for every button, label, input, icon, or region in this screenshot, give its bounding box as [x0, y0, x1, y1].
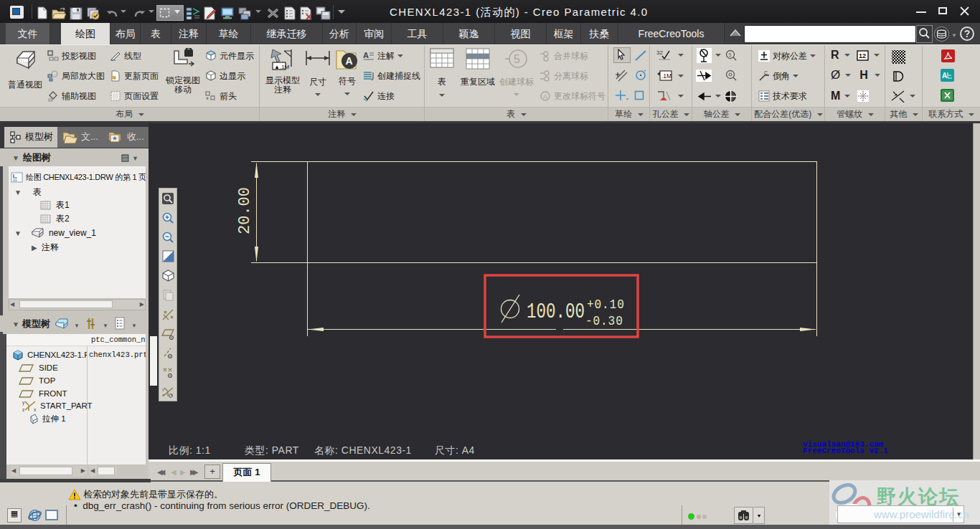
svg-text:32: 32	[656, 49, 663, 56]
svg-text:A: A	[543, 93, 547, 100]
svg-text:z: z	[162, 393, 164, 397]
svg-text:y: y	[22, 400, 25, 406]
svg-text:100.00: 100.00	[527, 300, 585, 324]
svg-text:12: 12	[859, 52, 866, 59]
svg-text:x: x	[34, 407, 37, 412]
svg-text:+0.10: +0.10	[587, 297, 625, 313]
svg-text:z: z	[22, 407, 24, 412]
svg-text:20.00: 20.00	[236, 187, 254, 234]
svg-text:A: A	[346, 55, 353, 67]
svg-text:5: 5	[729, 52, 732, 57]
svg-text:-0.30: -0.30	[585, 313, 623, 329]
svg-text:C: C	[764, 70, 768, 75]
svg-text:▲.1M: ▲.1M	[274, 64, 290, 70]
svg-text:y: y	[162, 387, 164, 391]
svg-text:5: 5	[514, 53, 520, 65]
svg-text:A: A	[942, 72, 947, 80]
svg-text:.1M: .1M	[661, 72, 672, 80]
svg-text:A: A	[363, 51, 369, 59]
